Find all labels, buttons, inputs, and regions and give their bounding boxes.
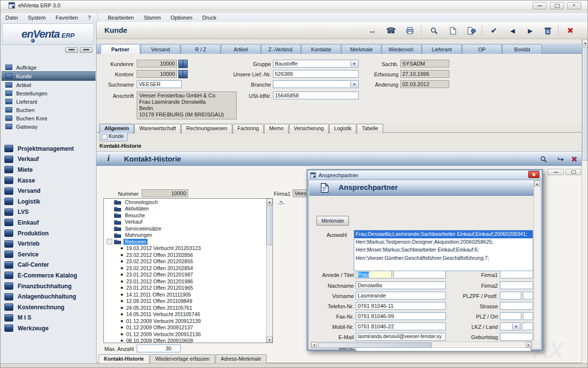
sidebar-nav-item[interactable]: Kunde [1,71,96,81]
tree-entry[interactable]: ◆ 23.01.2012 Offen 201201987 [104,272,272,278]
main-tab[interactable]: R / Z [181,44,220,54]
menu-item[interactable]: Stamm [139,14,166,22]
previous-button[interactable]: ◂ [504,23,521,38]
scrollbar-thumb[interactable] [318,343,432,348]
historie-search-button[interactable] [535,152,552,166]
main-scrollbar[interactable]: ▲ [582,40,588,363]
sidebar-module-item[interactable]: Versand [1,185,96,196]
gruppe-dropdown-button[interactable]: ▼ [350,61,358,67]
menu-item[interactable]: System [23,14,51,22]
tree-folder[interactable]: − Serviceeinsätze [104,225,272,232]
sidebar-module-item[interactable]: Verkauf [1,154,96,165]
sub-tab[interactable]: Tabelle [357,124,383,134]
sidebar-module-item[interactable]: Einkauf [1,217,96,228]
tree-entry[interactable]: ◆ 14.11.2011 Offen 201111905 [104,291,272,298]
sidebar-module-item[interactable]: Anlagenbuchhaltung [1,291,96,302]
sidebar-module-item[interactable]: Call-Center [1,260,96,271]
firma2-field[interactable] [500,281,533,289]
auswahl-item[interactable]: Herr;Moser;Markus;Sachbearbeiter Einkauf… [354,246,533,254]
land-field[interactable] [522,322,533,330]
main-tab[interactable]: OP [462,44,502,54]
gruppe-combo[interactable]: Baustoffe ▼ [273,60,359,68]
kundennr-field[interactable]: 10000 [137,60,177,68]
tree-folder[interactable]: − Mahnungen [104,232,272,239]
anrede-field[interactable]: Frau [356,271,392,278]
tree-entry[interactable]: ◆ 14.05.2011 Verbucht 201105746 [104,311,272,318]
fit-width-button[interactable]: ↔ [364,23,381,38]
scrollbar-thumb[interactable] [582,47,588,161]
menu-item[interactable]: Optionen [166,14,197,22]
tree-entry[interactable]: ◆ 24.05.2011 Offen 201105761 [104,304,272,311]
nummer-field[interactable]: 10000 [142,189,188,197]
minimize-button[interactable] [533,2,547,9]
scroll-up-button[interactable]: ▲ [582,40,588,46]
dialog-hscrollbar[interactable]: ◂ ▸ [311,342,532,348]
bottom-tab[interactable]: Wiedervorlage erfassen [150,354,215,364]
sidebar-mini-button[interactable] [65,47,78,53]
sidebar-module-item[interactable]: Logistik [1,196,96,207]
mobil-field[interactable]: 0761 81046-22 [356,322,446,330]
sub-tab[interactable]: Rechnungswesen [181,124,232,134]
menu-item[interactable]: Datei [0,14,23,22]
phone-button[interactable]: ☎ [383,23,399,38]
main-tab[interactable]: Bonität [502,44,542,54]
erfassung-field[interactable]: 27.10.1996 [400,70,449,78]
menu-item[interactable]: ? [83,14,96,22]
sidebar-module-item[interactable]: Vertrieb [1,238,96,249]
tree-entry[interactable]: ◆ 01.12.2009 Verbucht 200912139 [104,318,272,324]
sidebar-module-item[interactable]: Kasse [1,175,96,186]
child-minimize-button[interactable] [547,169,564,175]
sidebar-nav-item[interactable]: Buchen [1,106,96,114]
sidebar-module-item[interactable]: Service [1,249,96,260]
firma1-field[interactable] [500,271,533,278]
liefnr-field[interactable]: 526389 [273,70,359,78]
tree-entry[interactable]: ◆ 19.03.2012 Verbucht 201203123 [104,245,272,252]
next-button[interactable]: ▸ [522,23,539,38]
plz-field[interactable] [500,312,521,320]
max-anzahl-field[interactable]: 30 [137,345,181,352]
email-field[interactable]: lasmiranda.densivil@veeser-fenster.xy [356,333,446,341]
child-restore-button[interactable] [565,169,581,175]
close-page-button[interactable]: ✖ [562,23,579,38]
main-tab[interactable]: Z.-Verbind. [261,44,301,54]
kundennr-spin-up[interactable] [183,60,188,68]
bottom-tab[interactable]: Kontakt-Historie [98,354,149,364]
sachb-field[interactable]: SYSADM [400,60,449,68]
auswahl-item[interactable]: Frau;Densiwilla;Lasmirande;Sachbearbeite… [354,230,533,238]
close-window-button[interactable]: ✕ [567,2,581,9]
main-tab[interactable]: Merkmale [342,44,381,54]
sub-tab[interactable]: Factoring [233,124,264,134]
tree-entry[interactable]: ◆ 01.12.2009 Verbucht 200912136 [104,331,272,338]
tree-entry[interactable]: ◆ 01.12.2009 Offen 200912137 [104,324,272,331]
scrollbar-thumb[interactable] [267,205,273,245]
tree-folder[interactable]: − Aktivitäten [104,206,272,212]
sub-tab[interactable]: Versicherung [289,124,329,134]
fax-field[interactable]: 0761 81046-99 [356,312,446,320]
dialog-titlebar[interactable]: Ansprechpartner [308,171,541,180]
nachname-field[interactable]: Densiwilla [356,281,446,289]
tree-expander-icon[interactable]: − [107,239,112,244]
branche-dropdown-button[interactable]: ▼ [350,81,358,87]
sidebar-mini-button[interactable] [80,47,93,53]
corner-tab-kunde[interactable]: Kunde [99,133,128,141]
tree-folder[interactable]: − Besuche [104,212,272,219]
scroll-up-button[interactable]: ▲ [534,181,540,186]
sub-tab[interactable]: Allgemein [99,124,134,134]
main-tab[interactable]: Kontakte [301,44,341,54]
print-button[interactable] [401,23,418,38]
main-tab[interactable]: Artikel [221,44,261,54]
tree-entry[interactable]: ◆ 08.10.2009 Offen 200910609 [104,338,272,345]
sidebar-nav-item[interactable]: Artikel [1,81,96,89]
main-tab[interactable]: Wiedervorl. [382,44,421,54]
menu-item[interactable]: Druck [197,14,221,22]
delete-button[interactable] [539,23,556,38]
sidebar-module-item[interactable]: LVS [1,207,96,218]
new-document-button[interactable] [444,23,461,38]
anschrift-field[interactable]: Veeser Fensterbau GmbH & Co. Frau Lasmir… [137,92,237,119]
tree-entry[interactable]: ◆ 12.09.2011 Offen 201109849 [104,298,272,305]
scroll-up-button[interactable]: ▲ [267,199,272,205]
branche-combo[interactable]: ▼ [273,80,359,88]
sub-tab[interactable]: Warenwirtschaft [134,124,181,134]
main-tab[interactable]: Lieferant [422,44,462,54]
scroll-down-button[interactable]: ▼ [267,337,272,343]
